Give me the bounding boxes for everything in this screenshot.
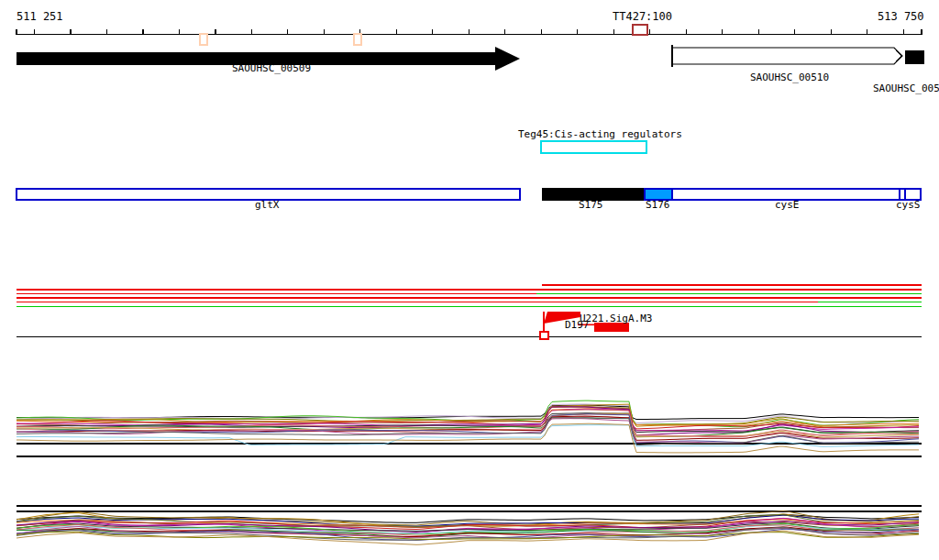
motif-label-siga: U221.SigA.M3	[580, 313, 652, 324]
orf-arrowhead-saouhsc-00509	[495, 47, 520, 71]
gene-label-cyse: cysE	[775, 200, 800, 210]
ruler-end-coordinate: 513 750	[878, 11, 924, 22]
orf-label-saouhsc-00510: SAOUHSC_00510	[750, 72, 829, 82]
tt427-marker-box[interactable]	[633, 25, 647, 35]
orf-label-saouhsc-00509: SAOUHSC_00509	[232, 63, 311, 73]
ruler-faint-marker[interactable]	[200, 34, 207, 45]
gene-label-cyss: cysS	[896, 200, 921, 210]
teg45-regulator-label: Teg45:Cis-acting regulators	[518, 129, 682, 139]
tt427-marker-label: TT427:100	[613, 11, 672, 22]
genome-browser-view: 511 251 TT427:100 513 750 SAOUHSC_00509 …	[0, 0, 939, 560]
orf-label-saouhsc-00511: SAOUHSC_0051	[873, 83, 939, 93]
ruler-start-coordinate: 511 251	[17, 11, 63, 22]
orf-arrow-saouhsc-00510[interactable]	[672, 48, 902, 64]
gene-label-s176: S176	[646, 200, 670, 210]
gene-label-s175: S175	[579, 200, 603, 210]
gene-label-gltx: gltX	[255, 200, 280, 210]
teg45-region-box[interactable]	[541, 141, 646, 153]
orf-box-saouhsc-00511[interactable]	[905, 50, 924, 64]
motif-anchor-square[interactable]	[540, 332, 548, 339]
motif-label-d197: D197	[565, 320, 590, 330]
genome-browser-canvas	[0, 0, 939, 560]
ruler-faint-marker[interactable]	[354, 34, 361, 45]
